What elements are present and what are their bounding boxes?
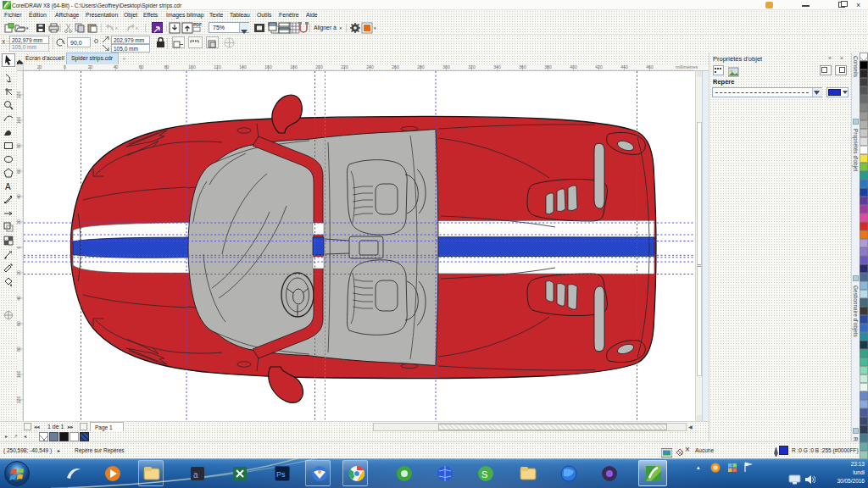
svg-text:100: 100: [16, 117, 21, 125]
svg-text:200: 200: [315, 64, 323, 69]
svg-text:120: 120: [16, 396, 21, 404]
svg-text:a: a: [193, 470, 198, 480]
svg-text:320: 320: [468, 64, 476, 69]
svg-text:60: 60: [139, 64, 144, 69]
svg-text:60: 60: [16, 321, 21, 326]
svg-text:100: 100: [188, 64, 196, 69]
svg-text:A: A: [5, 182, 11, 191]
svg-text:40: 40: [16, 296, 21, 301]
svg-text:120: 120: [16, 92, 21, 99]
svg-text:20: 20: [37, 64, 42, 69]
svg-text:millimètres: millimètres: [676, 64, 698, 69]
svg-text:160: 160: [264, 64, 272, 69]
svg-text:80: 80: [16, 143, 21, 148]
svg-text:40: 40: [16, 194, 21, 199]
svg-text:20: 20: [88, 64, 93, 69]
svg-text:80: 80: [16, 347, 21, 352]
svg-text:440: 440: [620, 64, 628, 69]
svg-text:20: 20: [16, 270, 21, 275]
svg-text:240: 240: [366, 64, 374, 69]
svg-text:0: 0: [16, 246, 21, 248]
svg-text:220: 220: [341, 64, 348, 69]
svg-text:20: 20: [16, 219, 21, 225]
svg-text:S: S: [481, 469, 487, 480]
svg-text:460: 460: [646, 64, 654, 69]
svg-text:360: 360: [519, 64, 526, 69]
svg-text:340: 340: [493, 64, 501, 69]
svg-text:Ps: Ps: [276, 470, 286, 479]
svg-text:400: 400: [570, 64, 577, 69]
svg-text:380: 380: [544, 64, 552, 69]
svg-text:300: 300: [442, 64, 450, 69]
svg-text:140: 140: [239, 64, 247, 69]
svg-text:80: 80: [164, 64, 170, 69]
svg-text:60: 60: [16, 169, 21, 174]
svg-text:0: 0: [64, 64, 66, 69]
svg-text:40: 40: [114, 64, 119, 69]
svg-text:260: 260: [392, 64, 399, 69]
svg-text:180: 180: [290, 64, 298, 69]
svg-text:280: 280: [417, 64, 425, 69]
svg-text:420: 420: [595, 64, 603, 69]
svg-text:100: 100: [16, 371, 21, 379]
svg-text:120: 120: [214, 64, 221, 69]
